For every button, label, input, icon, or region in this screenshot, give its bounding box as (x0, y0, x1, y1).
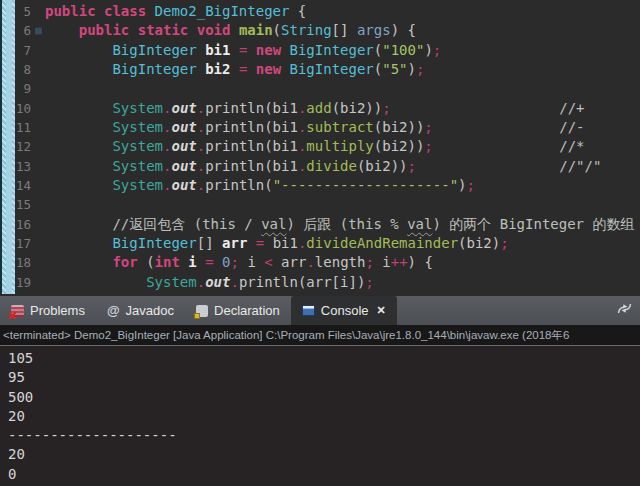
line-number: 15 (13, 195, 31, 214)
line-number: 12 (13, 137, 31, 156)
line-number: 17 (13, 234, 31, 253)
console-line: 95 (8, 368, 640, 387)
code-line: 5public class Demo2_BigInteger { (13, 2, 640, 21)
console-line: 105 (8, 349, 640, 368)
line-number: 18 (13, 253, 31, 272)
console-status-line: <terminated> Demo2_BigInteger [Java Appl… (0, 325, 640, 346)
code-line: 11 System.out.println(bi1.subtract(bi2))… (13, 118, 640, 137)
code-line: 16 //返回包含 (this / val) 后跟 (this % val) 的… (13, 215, 640, 234)
tab-javadoc[interactable]: @Javadoc (96, 296, 185, 325)
line-number: 7 (13, 41, 31, 60)
code-lines: 5public class Demo2_BigInteger {6 public… (13, 2, 640, 296)
code-line: 19 System.out.println(arr[i]); (13, 273, 640, 292)
problems-icon (11, 305, 24, 317)
console-line: 500 (8, 388, 640, 407)
line-number: 13 (13, 157, 31, 176)
code-line: 18 for (int i = 0; i < arr.length; i++) … (13, 253, 640, 272)
code-line: 6 public static void main(String[] args)… (13, 21, 640, 40)
close-icon[interactable]: ✕ (377, 304, 386, 317)
console-status-text: <terminated> Demo2_BigInteger [Java Appl… (3, 329, 569, 341)
console-output[interactable]: 1059550020--------------------200 (0, 346, 640, 486)
code-line: 10 System.out.println(bi1.add(bi2)); //+ (13, 99, 640, 118)
line-number: 14 (13, 176, 31, 195)
code-line: 9 (13, 79, 640, 98)
line-number: 5 (13, 2, 31, 21)
line-number: 6 (13, 21, 31, 40)
tab-label: Javadoc (126, 303, 174, 318)
console-line: 20 (8, 407, 640, 426)
line-number: 9 (13, 79, 31, 98)
javadoc-icon: @ (107, 304, 120, 317)
code-line: 15 (13, 195, 640, 214)
tab-problems[interactable]: Problems (0, 296, 96, 325)
tab-label: Declaration (214, 303, 280, 318)
console-line: 0 (8, 465, 640, 484)
tab-label: Problems (30, 303, 85, 318)
line-number: 16 (13, 215, 31, 234)
line-number: 8 (13, 60, 31, 79)
console-line: -------------------- (8, 426, 640, 445)
tab-declaration[interactable]: Declaration (185, 296, 291, 325)
view-tabbar: Problems@JavadocDeclarationConsole✕ (0, 296, 640, 325)
line-number: 19 (13, 273, 31, 292)
console-line: 20 (8, 445, 640, 464)
line-number: 11 (13, 118, 31, 137)
code-line: 8 BigInteger bi2 = new BigInteger("5"); (13, 60, 640, 79)
console-icon (302, 305, 315, 316)
code-line: 13 System.out.println(bi1.divide(bi2)); … (13, 157, 640, 176)
code-line: 12 System.out.println(bi1.multiply(bi2))… (13, 137, 640, 156)
code-editor[interactable]: 5public class Demo2_BigInteger {6 public… (0, 0, 640, 296)
tab-label: Console (321, 303, 369, 318)
code-line: 14 System.out.println("-----------------… (13, 176, 640, 195)
line-marker-icon (34, 26, 43, 35)
tab-console[interactable]: Console✕ (291, 296, 397, 325)
restore-view-icon[interactable] (616, 301, 633, 316)
code-line: 7 BigInteger bi1 = new BigInteger("100")… (13, 41, 640, 60)
line-number: 10 (13, 99, 31, 118)
declaration-icon (196, 305, 208, 317)
eclipse-window: 5public class Demo2_BigInteger {6 public… (0, 0, 640, 486)
code-line: 17 BigInteger[] arr = bi1.divideAndRemai… (13, 234, 640, 253)
